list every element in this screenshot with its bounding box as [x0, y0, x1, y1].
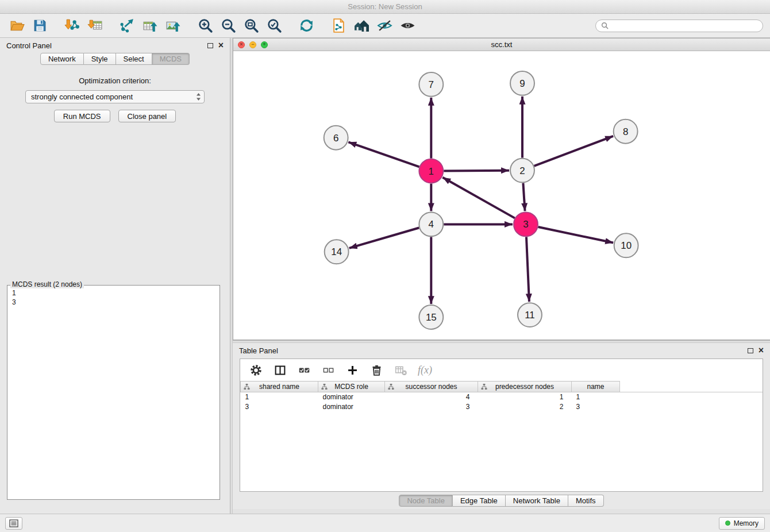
tab-mcds[interactable]: MCDS [152, 53, 190, 65]
column-header-predecessor-nodes[interactable]: predecessor nodes [478, 381, 572, 392]
window-close-icon[interactable]: × [238, 41, 245, 48]
graph-node-7[interactable]: 7 [419, 72, 443, 97]
birds-eye-view-button[interactable] [398, 16, 417, 36]
zoom-out-button[interactable] [218, 16, 238, 36]
table-row[interactable]: 3 dominator 3 2 3 [241, 402, 763, 412]
task-history-button[interactable] [5, 517, 22, 530]
graph-edge-3-10[interactable] [538, 227, 613, 243]
function-builder-button[interactable]: f(x) [418, 363, 432, 377]
tab-select[interactable]: Select [116, 53, 152, 65]
cell-mcds-role[interactable]: dominator [318, 402, 385, 412]
run-mcds-button[interactable]: Run MCDS [54, 110, 110, 122]
memory-button[interactable]: Memory [719, 517, 765, 530]
window-title: Session: New Session [348, 2, 422, 11]
svg-text:6: 6 [333, 133, 338, 144]
export-image-icon [165, 18, 181, 33]
window-maximize-icon[interactable]: + [261, 41, 268, 48]
zoom-fit-button[interactable] [241, 16, 261, 36]
refresh-button[interactable] [297, 16, 316, 36]
cell-shared-name[interactable]: 1 [241, 392, 318, 402]
node-table: shared name MCDS role successor nodes pr… [240, 381, 763, 412]
cell-predecessor-nodes[interactable]: 1 [478, 392, 572, 402]
column-label: name [587, 383, 604, 391]
graph-edge-1-2[interactable] [444, 171, 509, 171]
eye-icon [400, 18, 415, 33]
export-image-button[interactable] [163, 16, 183, 36]
graph-edge-3-1[interactable] [442, 178, 515, 218]
graph-node-6[interactable]: 6 [324, 126, 348, 150]
tab-network[interactable]: Network [40, 53, 84, 65]
close-panel-button[interactable]: Close panel [118, 110, 176, 122]
graph-node-4[interactable]: 4 [419, 212, 443, 236]
search-input[interactable] [612, 22, 757, 30]
graph-edge-1-6[interactable] [348, 142, 419, 167]
column-settings-button[interactable] [249, 363, 263, 377]
close-panel-icon[interactable]: × [218, 41, 224, 50]
graph-node-14[interactable]: 14 [325, 240, 349, 264]
float-panel-icon[interactable] [207, 43, 213, 48]
cell-name[interactable]: 3 [572, 402, 620, 412]
show-columns-button[interactable] [273, 363, 287, 377]
mcds-result-list[interactable]: 1 3 [7, 285, 220, 500]
export-network-button[interactable] [117, 16, 137, 36]
zoom-in-button[interactable] [195, 16, 215, 36]
tab-node-table[interactable]: Node Table [399, 495, 453, 507]
search-box[interactable] [595, 20, 763, 32]
open-session-button[interactable] [7, 16, 26, 36]
float-table-panel-icon[interactable] [748, 348, 753, 353]
graph-node-8[interactable]: 8 [614, 119, 638, 144]
graphics-details-button[interactable] [375, 16, 394, 36]
export-table-button[interactable] [140, 16, 160, 36]
import-network-button[interactable] [62, 16, 82, 36]
graph-node-3[interactable]: 3 [514, 212, 538, 236]
graph-node-10[interactable]: 10 [614, 233, 638, 257]
graph-node-11[interactable]: 11 [518, 303, 542, 327]
graph-edge-2-3[interactable] [523, 183, 525, 211]
cell-predecessor-nodes[interactable]: 2 [478, 402, 572, 412]
tab-motifs[interactable]: Motifs [568, 495, 604, 507]
cell-successor-nodes[interactable]: 3 [385, 402, 478, 412]
cell-shared-name[interactable]: 3 [241, 402, 318, 412]
zoom-group [195, 16, 284, 36]
cell-successor-nodes[interactable]: 4 [385, 392, 478, 402]
graph-node-1[interactable]: 1 [419, 159, 443, 183]
graph-node-2[interactable]: 2 [510, 159, 534, 183]
graph-node-15[interactable]: 15 [419, 305, 443, 329]
home-button[interactable] [352, 16, 371, 36]
graph-edge-3-11[interactable] [526, 237, 529, 302]
graph-node-9[interactable]: 9 [510, 71, 534, 95]
result-item[interactable]: 1 [7, 288, 220, 298]
save-session-button[interactable] [30, 16, 49, 36]
import-table-button[interactable] [85, 16, 105, 36]
graph-edge-2-8[interactable] [534, 136, 614, 166]
table-row[interactable]: 1 dominator 4 1 1 [241, 392, 763, 402]
network-graph[interactable]: 7968124314101511 [233, 51, 770, 340]
cell-name[interactable]: 1 [572, 392, 620, 402]
column-header-name[interactable]: name [572, 381, 620, 392]
delete-table-icon [395, 364, 407, 376]
mcds-result-title: MCDS result (2 nodes) [10, 280, 84, 288]
zoom-selected-button[interactable] [264, 16, 284, 36]
tab-edge-table[interactable]: Edge Table [453, 495, 506, 507]
plus-icon [346, 364, 359, 376]
control-panel-header: Control Panel × [0, 38, 230, 53]
add-column-button[interactable] [345, 363, 359, 377]
criterion-dropdown[interactable]: strongly connected component [25, 90, 205, 103]
deselect-all-button[interactable] [321, 363, 335, 377]
new-network-from-selection-button[interactable] [329, 16, 348, 36]
column-header-successor-nodes[interactable]: successor nodes [385, 381, 478, 392]
cell-mcds-role[interactable]: dominator [318, 392, 385, 402]
svg-text:8: 8 [623, 126, 628, 137]
delete-column-button[interactable] [369, 363, 383, 377]
tab-style[interactable]: Style [84, 53, 116, 65]
graph-edge-4-14[interactable] [349, 228, 419, 248]
window-minimize-icon[interactable]: − [249, 41, 256, 48]
column-header-mcds-role[interactable]: MCDS role [318, 381, 385, 392]
delete-table-button[interactable] [394, 363, 407, 377]
result-item[interactable]: 3 [7, 298, 220, 307]
column-header-shared-name[interactable]: shared name [241, 381, 318, 392]
tab-network-table[interactable]: Network Table [506, 495, 568, 507]
select-all-button[interactable] [297, 363, 311, 377]
network-canvas[interactable]: 7968124314101511 [233, 51, 770, 340]
close-table-panel-icon[interactable]: × [759, 346, 764, 355]
